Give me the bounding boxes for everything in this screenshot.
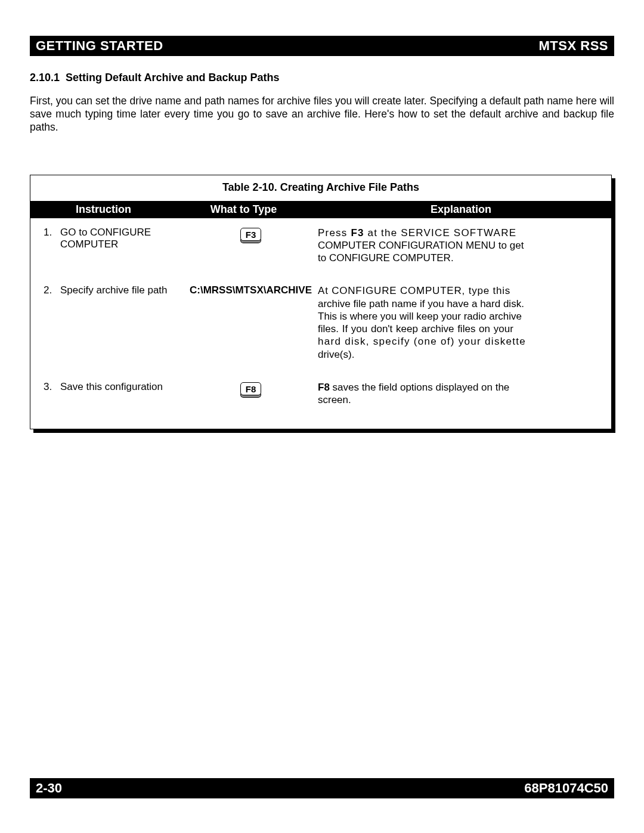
table-row: 3. Save this configuration F8 F8 saves t… bbox=[44, 381, 598, 407]
instruction-table: Table 2-10. Creating Archive File Paths … bbox=[30, 175, 612, 430]
instruction-text: Specify archive file path bbox=[60, 284, 168, 296]
exp-line: F8 saves the field options displayed on … bbox=[318, 382, 509, 393]
table-row: 2. Specify archive file path C:\MRSS\MTS… bbox=[44, 284, 598, 361]
what-to-type-cell: C:\MRSS\MTSX\ARCHIVE bbox=[184, 284, 318, 296]
exp-line: to CONFIGURE COMPUTER. bbox=[318, 252, 454, 264]
instruction-text: Save this configuration bbox=[60, 381, 163, 393]
exp-line: This is where you will keep your radio a… bbox=[318, 311, 522, 322]
row-number: 3. bbox=[44, 381, 60, 393]
footer-right: 68P81074C50 bbox=[524, 781, 608, 796]
row-number: 1. bbox=[44, 227, 60, 250]
explanation-cell: At CONFIGURE COMPUTER, type this archive… bbox=[318, 284, 598, 361]
exp-line: At CONFIGURE COMPUTER, type this bbox=[318, 285, 510, 296]
exp-line: COMPUTER CONFIGURATION MENU to get bbox=[318, 240, 524, 251]
what-to-type-cell: F8 bbox=[184, 381, 318, 397]
exp-line: drive(s). bbox=[318, 349, 354, 360]
exp-fragment: saves the field options displayed on bbox=[330, 382, 496, 393]
table-body: 1. GO to CONFIGURE COMPUTER F3 Press F3 … bbox=[30, 218, 611, 429]
exp-fragment: Press bbox=[318, 227, 351, 239]
exp-key: F3 bbox=[351, 227, 364, 239]
page-footer: 2-30 68P81074C50 bbox=[30, 778, 614, 798]
instruction-line: GO to CONFIGURE bbox=[60, 227, 151, 238]
table-header-row: Instruction What to Type Explanation bbox=[30, 201, 611, 218]
intro-paragraph: First, you can set the drive name and pa… bbox=[30, 95, 614, 134]
header-explanation: Explanation bbox=[311, 201, 611, 218]
header-what: What to Type bbox=[177, 201, 311, 218]
exp-line: archive file path name if you have a har… bbox=[318, 298, 524, 309]
what-to-type-cell: F3 bbox=[184, 227, 318, 242]
exp-line: files. If you don't keep archive files o… bbox=[318, 323, 513, 335]
row-number: 2. bbox=[44, 284, 60, 296]
exp-line: screen. bbox=[318, 394, 351, 405]
exp-fragment: the bbox=[496, 382, 510, 393]
exp-fragment: at the SERVICE SOFTWARE bbox=[364, 227, 517, 239]
keycap-icon: F8 bbox=[240, 382, 262, 395]
header-instruction: Instruction bbox=[30, 201, 177, 218]
section-heading: 2.10.1 Setting Default Archive and Backu… bbox=[30, 72, 614, 84]
instruction-text: GO to CONFIGURE COMPUTER bbox=[60, 227, 151, 250]
instruction-line: COMPUTER bbox=[60, 239, 118, 250]
instruction-cell: 2. Specify archive file path bbox=[44, 284, 184, 296]
keycap-icon: F3 bbox=[240, 228, 262, 241]
footer-left: 2-30 bbox=[36, 781, 62, 796]
document-page: GETTING STARTED MTSX RSS 2.10.1 Setting … bbox=[0, 0, 644, 833]
exp-key: F8 bbox=[318, 382, 330, 393]
section-number: 2.10.1 bbox=[30, 72, 60, 83]
page-header: GETTING STARTED MTSX RSS bbox=[30, 36, 614, 56]
explanation-cell: F8 saves the field options displayed on … bbox=[318, 381, 598, 407]
file-path: C:\MRSS\MTSX\ARCHIVE bbox=[190, 284, 312, 296]
section-title: Setting Default Archive and Backup Paths bbox=[66, 72, 279, 83]
exp-line: hard disk, specify (one of) your diskett… bbox=[318, 336, 526, 347]
instruction-cell: 1. GO to CONFIGURE COMPUTER bbox=[44, 227, 184, 250]
explanation-cell: Press F3 at the SERVICE SOFTWARE COMPUTE… bbox=[318, 227, 598, 265]
table-row: 1. GO to CONFIGURE COMPUTER F3 Press F3 … bbox=[44, 227, 598, 265]
header-left: GETTING STARTED bbox=[36, 38, 163, 54]
instruction-cell: 3. Save this configuration bbox=[44, 381, 184, 393]
exp-line: Press F3 at the SERVICE SOFTWARE bbox=[318, 227, 516, 239]
table-caption: Table 2-10. Creating Archive File Paths bbox=[30, 175, 611, 201]
header-right: MTSX RSS bbox=[539, 38, 608, 54]
